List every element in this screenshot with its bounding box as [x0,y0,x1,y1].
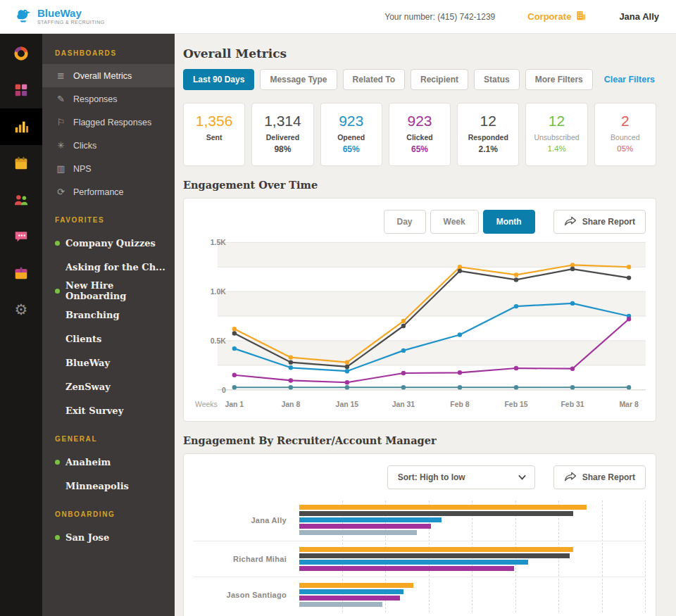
rail-item-chat-icon[interactable] [0,218,42,255]
metric-value: 923 [392,113,447,130]
app-body: ⚙ DASHBOARDS≣Overall Metrics✎Responses⚐F… [0,34,676,616]
list-icon: ≣ [55,70,67,81]
line-chart-controls: DayWeekMonth Share Report [194,210,646,234]
metric-value: 923 [324,113,379,130]
brand-logo[interactable]: BlueWay STAFFING & RECRUITING [14,6,105,27]
toggle-week[interactable]: Week [430,210,479,234]
bar-row-label: Jana Ally [194,516,299,524]
sidebar-section-header-favorites: FAVORITES [42,203,175,231]
sidebar-item-anaheim[interactable]: Anaheim [42,450,175,474]
bar-purple [299,524,431,529]
svg-text:Feb 8: Feb 8 [450,401,469,408]
bar-row-jason-santiago: Jason Santiago [194,577,646,612]
sidebar-item-label: Anaheim [65,457,111,467]
sidebar-item-responses[interactable]: ✎Responses [42,87,175,111]
sidebar-item-flagged-responses[interactable]: ⚐Flagged Responses [42,111,175,134]
sidebar-item-blueway[interactable]: BlueWay [42,351,175,375]
sidebar-item-label: Minneapolis [65,481,129,491]
sort-label: Sort: High to low [398,472,465,482]
bar-purple [299,566,514,571]
rail-item-gift-icon[interactable] [0,255,42,291]
share-report-button[interactable]: Share Report [553,210,646,234]
sidebar-item-performance[interactable]: ⟳Performance [42,180,175,203]
user-menu[interactable]: Jana Ally [619,11,659,22]
org-switcher[interactable]: Corporate [527,10,587,23]
refresh-icon: ⟳ [55,187,67,197]
engagement-over-time-card: DayWeekMonth Share Report 00.5K1.0K1.5KJ… [183,198,656,422]
sidebar-item-san-jose[interactable]: San Jose [42,525,175,549]
bar-dark [299,553,570,558]
metric-label: Responded [461,133,515,142]
chat-icon [13,229,29,244]
sidebar-section-header-dashboards: DASHBOARDS [42,37,175,64]
sidebar-item-label: Overall Metrics [73,71,132,81]
sidebar-item-nps[interactable]: ▥NPS [42,157,175,180]
bar-chart-controls: Sort: High to low Share Report [194,465,646,489]
rail-item-donut-chart-icon[interactable] [0,35,42,72]
sort-dropdown[interactable]: Sort: High to low [387,465,535,489]
bar-track [299,577,646,612]
rail-item-grid-icon[interactable] [0,72,42,108]
rail-item-gear-icon[interactable]: ⚙ [0,291,42,328]
donut-chart-icon [13,46,29,61]
sidebar-item-label: Clicks [73,141,96,151]
sidebar-item-company-quizzes[interactable]: Company Quizzes [42,231,175,255]
bar-row-richard-mihai: Richard Mihai [194,541,646,577]
grid-icon [13,82,29,98]
topbar-right: Your number: (415) 742-1239 Corporate Ja… [384,10,659,23]
metric-card-responded: 12Responded2.1% [457,103,519,166]
share-report-label: Share Report [582,472,635,482]
sidebar-section-header-general: GENERAL [42,422,175,450]
metric-label: Clicked [392,133,447,142]
metric-card-clicked: 923Clicked65% [389,103,451,166]
share-icon [564,472,577,484]
time-range-toggle: DayWeekMonth [384,210,535,234]
meter-icon: ▥ [55,163,67,174]
sidebar-item-zensway[interactable]: ZenSway [42,375,175,398]
metric-card-unsubscribed: 12Unsubscribed1.4% [525,103,587,166]
sidebar-item-overall-metrics[interactable]: ≣Overall Metrics [42,64,175,87]
svg-text:1.5K: 1.5K [211,239,227,246]
metric-card-bounced: 2Bounced05% [594,103,656,166]
sidebar-item-minneapolis[interactable]: Minneapolis [42,474,175,498]
rail-item-bar-chart-icon[interactable] [0,108,42,145]
active-dot [55,535,60,540]
sidebar-item-clicks[interactable]: ✳Clicks [42,134,175,157]
toggle-month[interactable]: Month [483,210,535,234]
sidebar-item-label: ZenSway [65,382,111,392]
filter-message-type[interactable]: Message Type [260,69,337,90]
active-dot [55,241,60,246]
sidebar-item-label: Asking for the Ch... [65,262,165,272]
metric-percent: 05% [598,144,653,153]
metric-label: Delivered [255,133,310,142]
filter-status[interactable]: Status [474,69,520,90]
clear-filters-button[interactable]: Clear Filters [604,75,655,84]
toggle-day[interactable]: Day [384,210,426,234]
rail-item-people-icon[interactable] [0,182,42,218]
sidebar-item-exit-survey[interactable]: Exit Survey [42,398,175,422]
bar-orange [299,547,573,552]
bar-track [299,499,646,541]
filter-last-90-days[interactable]: Last 90 Days [183,69,254,90]
bar-row-jana-ally: Jana Ally [194,499,646,541]
sidebar-item-clients[interactable]: Clients [42,327,175,351]
metric-value: 1,356 [187,113,242,130]
bar-dark [299,511,573,516]
filter-more-filters[interactable]: More Filters [525,69,593,90]
share-report-button[interactable]: Share Report [553,465,646,489]
sidebar-item-branching[interactable]: Branching [42,303,175,327]
rail-item-calendar-icon[interactable] [0,145,42,182]
svg-text:Weeks: Weeks [195,401,218,408]
filter-related-to[interactable]: Related To [343,69,405,90]
metric-card-sent: 1,356Sent [183,103,245,166]
metric-label: Unsubscribed [529,133,584,142]
sidebar-item-label: New Hire Onboarding [65,280,175,301]
svg-text:Feb 31: Feb 31 [561,401,584,408]
sidebar-item-new-hire-onboarding[interactable]: New Hire Onboarding [42,279,175,303]
sidebar-item-label: BlueWay [65,358,110,368]
sidebar: DASHBOARDS≣Overall Metrics✎Responses⚐Fla… [42,34,175,616]
metric-value: 1,314 [255,113,310,130]
filter-recipient[interactable]: Recipient [411,69,468,90]
icon-rail: ⚙ [0,34,42,616]
sidebar-item-asking-for-the-ch[interactable]: Asking for the Ch... [42,255,175,279]
